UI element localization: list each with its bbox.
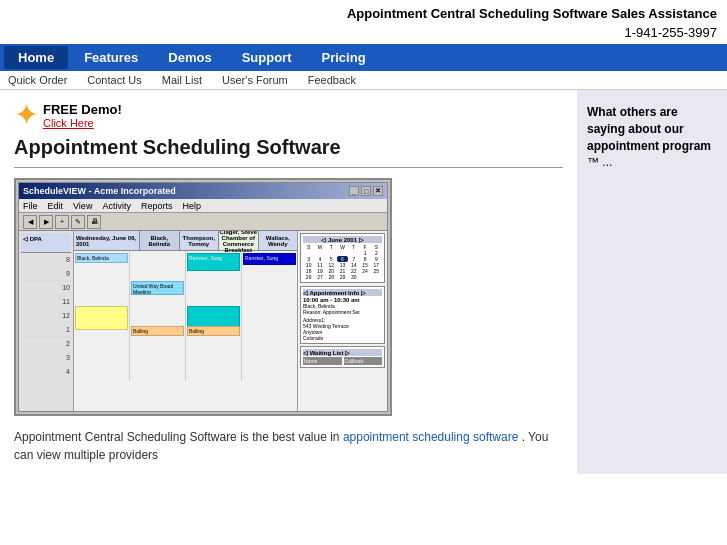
cal-d25[interactable]: 25 — [371, 268, 382, 274]
toolbar-btn-3[interactable]: + — [55, 215, 69, 229]
site-title: Appointment Central Scheduling Software … — [0, 0, 727, 23]
appt-col-2: United Way Board Meeting Balling — [130, 251, 186, 381]
window-statusbar: C:\Tutorials\ACB Wednesday, June 06, 200… — [19, 411, 387, 412]
menu-file[interactable]: File — [23, 201, 38, 211]
appt-info-title: ◁ Appointment Info ▷ — [303, 289, 382, 296]
nav-features[interactable]: Features — [70, 46, 152, 69]
nav-support[interactable]: Support — [228, 46, 306, 69]
app-screenshot-container: ScheduleVIEW - Acme Incorporated _ □ ✕ F… — [14, 178, 392, 416]
desc-link[interactable]: appointment scheduling software — [343, 430, 518, 444]
subnav-contact[interactable]: Contact Us — [87, 74, 141, 86]
window-titlebar: ScheduleVIEW - Acme Incorporated _ □ ✕ — [19, 183, 387, 199]
appt-belinda-2[interactable] — [75, 306, 128, 330]
subnav-quick-order[interactable]: Quick Order — [8, 74, 67, 86]
right-sidebar: What others are saying about our appoint… — [577, 90, 727, 474]
page-heading: Appointment Scheduling Software — [14, 136, 563, 159]
appt-info-panel: ◁ Appointment Info ▷ 10:00 am - 10:30 am… — [300, 286, 385, 344]
time-slot-9: 9 — [21, 267, 71, 281]
divider — [14, 167, 563, 168]
provider-col-2: Thompson, Tommy — [179, 231, 219, 250]
nav-pricing[interactable]: Pricing — [308, 46, 380, 69]
time-slot-3: 3 — [21, 351, 71, 365]
time-slot-4: 4 — [21, 365, 71, 379]
cal-d24[interactable]: 24 — [359, 268, 370, 274]
right-panel: ◁ June 2001 ▷ S M T W T F S — [297, 231, 387, 411]
menu-help[interactable]: Help — [182, 201, 201, 211]
subnav-mail-list[interactable]: Mail List — [162, 74, 202, 86]
appt-thompson-1[interactable]: United Way Board Meeting — [131, 281, 184, 295]
free-demo-banner[interactable]: ✦ FREE Demo! Click Here — [14, 100, 563, 130]
demo-click-link[interactable]: Click Here — [43, 117, 122, 129]
appt-belinda-1[interactable]: Black, Belinda — [75, 253, 128, 263]
waiting-list-name-col: Name — [303, 357, 342, 365]
time-panel: ◁ DPA 8 9 10 11 12 1 2 3 4 — [19, 231, 74, 411]
cal-d27[interactable]: 27 — [314, 274, 325, 280]
nav-demos[interactable]: Demos — [154, 46, 225, 69]
appt-wallace-1[interactable]: Ramirez, Sung — [243, 253, 296, 265]
subnav-feedback[interactable]: Feedback — [308, 74, 356, 86]
time-slot-10: 10 — [21, 281, 71, 295]
main-content: ✦ FREE Demo! Click Here Appointment Sche… — [0, 90, 727, 474]
cal-d26[interactable]: 26 — [303, 274, 314, 280]
appt-state: Colorado — [303, 335, 382, 341]
mini-cal-title: ◁ June 2001 ▷ — [303, 236, 382, 243]
subnav-forum[interactable]: User's Forum — [222, 74, 288, 86]
menu-edit[interactable]: Edit — [48, 201, 64, 211]
time-slot-1: 1 — [21, 323, 71, 337]
waiting-list-panel: ◁ Waiting List ▷ Name Callback — [300, 346, 385, 368]
time-slot-11: 11 — [21, 295, 71, 309]
demo-text: FREE Demo! Click Here — [43, 102, 122, 129]
provider-col-4: Wallace, Wendy — [258, 231, 298, 250]
toolbar-btn-2[interactable]: ▶ — [39, 215, 53, 229]
maximize-button[interactable]: □ — [361, 186, 371, 196]
cal-d28[interactable]: 28 — [326, 274, 337, 280]
schedule-area: Wednesday, June 06, 2001 Black, Belinda … — [74, 231, 297, 411]
menu-view[interactable]: View — [73, 201, 92, 211]
schedule-grid: Black, Belinda United Way Board Meeting … — [74, 251, 297, 411]
main-nav: Home Features Demos Support Pricing — [0, 44, 727, 71]
toolbar-btn-4[interactable]: ✎ — [71, 215, 85, 229]
sidebar-ellipsis: ... — [602, 155, 612, 169]
window-title: ScheduleVIEW - Acme Incorporated — [23, 186, 176, 196]
cal-d30[interactable]: 30 — [348, 274, 359, 280]
waiting-list-callback-col: Callback — [344, 357, 383, 365]
minimize-button[interactable]: _ — [349, 186, 359, 196]
provider-col-1: Black, Belinda — [139, 231, 179, 250]
waiting-list-title: ◁ Waiting List ▷ — [303, 349, 382, 356]
toolbar-btn-5[interactable]: 🖶 — [87, 215, 101, 229]
appt-clager-3[interactable]: Balling — [187, 326, 240, 336]
date-header: Wednesday, June 06, 2001 Black, Belinda … — [74, 231, 297, 251]
nav-home[interactable]: Home — [4, 46, 68, 69]
close-button[interactable]: ✕ — [373, 186, 383, 196]
window-body: ◁ DPA 8 9 10 11 12 1 2 3 4 — [19, 231, 387, 411]
left-content: ✦ FREE Demo! Click Here Appointment Sche… — [0, 90, 577, 474]
mini-calendar: ◁ June 2001 ▷ S M T W T F S — [300, 233, 385, 283]
sub-navigation: Quick Order Contact Us Mail List User's … — [0, 71, 727, 90]
date-label: Wednesday, June 06, 2001 — [74, 235, 139, 247]
cal-d29[interactable]: 29 — [337, 274, 348, 280]
mini-cal-grid: S M T W T F S — [303, 244, 382, 280]
window-menu: File Edit View Activity Reports Help — [19, 199, 387, 213]
menu-activity[interactable]: Activity — [102, 201, 131, 211]
time-slot-12: 12 — [21, 309, 71, 323]
window-toolbar: ◀ ▶ + ✎ 🖶 — [19, 213, 387, 231]
desc-part1: Appointment Central Scheduling Software … — [14, 430, 340, 444]
appt-reason: Reason: Appointment Set — [303, 309, 382, 315]
appt-thompson-2[interactable]: Balling — [131, 326, 184, 336]
demo-free-label: FREE Demo! — [43, 102, 122, 117]
sidebar-text: What others are saying about our appoint… — [587, 105, 711, 153]
description-text: Appointment Central Scheduling Software … — [14, 428, 563, 464]
phone-number: 1-941-255-3997 — [0, 23, 727, 44]
dpa-label: ◁ DPA — [23, 236, 42, 242]
time-slot-8: 8 — [21, 253, 71, 267]
time-slot-2: 2 — [21, 337, 71, 351]
toolbar-btn-1[interactable]: ◀ — [23, 215, 37, 229]
menu-reports[interactable]: Reports — [141, 201, 173, 211]
window-controls: _ □ ✕ — [349, 186, 383, 196]
appt-col-1: Black, Belinda — [74, 251, 130, 381]
appt-col-3: Ramirez, Sung Balling — [186, 251, 242, 381]
appt-clager-1[interactable]: Ramirez, Sung — [187, 253, 240, 271]
appt-col-4: Ramirez, Sung — [242, 251, 297, 381]
trademark-symbol: ™ — [587, 155, 599, 169]
star-icon: ✦ — [14, 100, 39, 130]
